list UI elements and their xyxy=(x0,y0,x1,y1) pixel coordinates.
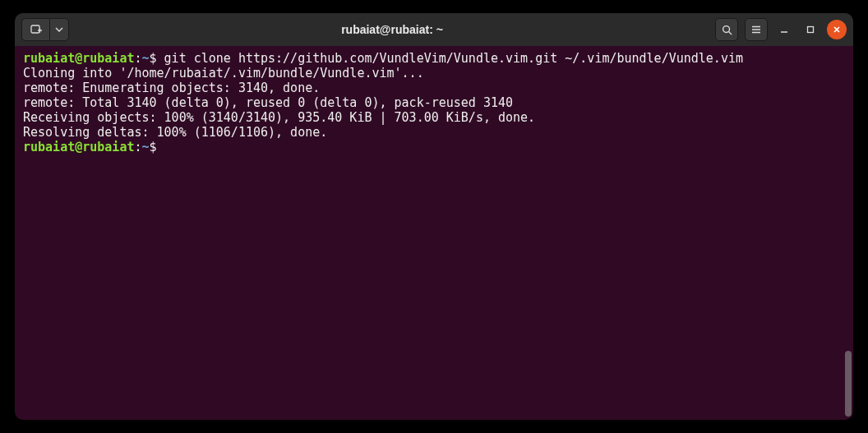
terminal-window: rubaiat@rubaiat: ~ xyxy=(15,13,853,420)
command-text xyxy=(157,140,164,154)
chevron-down-icon xyxy=(55,25,63,34)
terminal-output-line: Cloning into '/home/rubaiat/.vim/bundle/… xyxy=(23,66,845,81)
new-tab-icon xyxy=(30,23,43,36)
maximize-icon xyxy=(806,25,815,35)
terminal-line: rubaiat@rubaiat:~$ xyxy=(23,140,845,154)
new-tab-button[interactable] xyxy=(21,18,49,41)
svg-line-11 xyxy=(834,27,839,32)
prompt-path: ~ xyxy=(142,51,150,66)
minimize-button[interactable] xyxy=(774,20,794,39)
close-button[interactable] xyxy=(827,20,847,39)
terminal-output-line: Receiving objects: 100% (3140/3140), 935… xyxy=(23,110,845,125)
svg-line-4 xyxy=(728,31,732,35)
prompt-user: rubaiat xyxy=(23,51,75,66)
titlebar-left-controls xyxy=(21,18,69,41)
prompt-host: rubaiat xyxy=(82,51,134,66)
terminal-output-line: remote: Total 3140 (delta 0), reused 0 (… xyxy=(23,95,845,110)
titlebar-right-controls xyxy=(715,18,847,41)
new-tab-dropdown-button[interactable] xyxy=(49,18,69,41)
svg-line-10 xyxy=(834,27,839,32)
prompt-colon: : xyxy=(134,140,141,154)
minimize-icon xyxy=(779,25,789,35)
svg-rect-0 xyxy=(31,25,39,33)
terminal-line: rubaiat@rubaiat:~$ git clone https://git… xyxy=(23,51,845,66)
terminal-output-line: Resolving deltas: 100% (1106/1106), done… xyxy=(23,125,845,140)
svg-rect-9 xyxy=(808,27,814,33)
maximize-button[interactable] xyxy=(801,20,820,39)
close-icon xyxy=(832,25,842,35)
prompt-path: ~ xyxy=(142,140,150,154)
terminal-output-line: remote: Enumerating objects: 3140, done. xyxy=(23,81,845,95)
menu-button[interactable] xyxy=(745,18,768,41)
search-button[interactable] xyxy=(715,18,738,41)
prompt-symbol: $ xyxy=(150,51,157,66)
prompt-host: rubaiat xyxy=(82,140,134,154)
scrollbar-thumb[interactable] xyxy=(845,351,852,417)
command-text: git clone https://github.com/VundleVim/V… xyxy=(157,51,743,66)
svg-point-3 xyxy=(723,25,729,32)
prompt-at: @ xyxy=(75,51,82,66)
prompt-colon: : xyxy=(134,51,141,66)
terminal-body[interactable]: rubaiat@rubaiat:~$ git clone https://git… xyxy=(15,46,853,420)
prompt-at: @ xyxy=(75,140,82,154)
hamburger-icon xyxy=(750,24,762,35)
titlebar: rubaiat@rubaiat: ~ xyxy=(15,13,853,46)
search-icon xyxy=(721,24,733,36)
prompt-user: rubaiat xyxy=(23,140,75,154)
window-title: rubaiat@rubaiat: ~ xyxy=(76,23,709,36)
prompt-symbol: $ xyxy=(150,140,157,154)
